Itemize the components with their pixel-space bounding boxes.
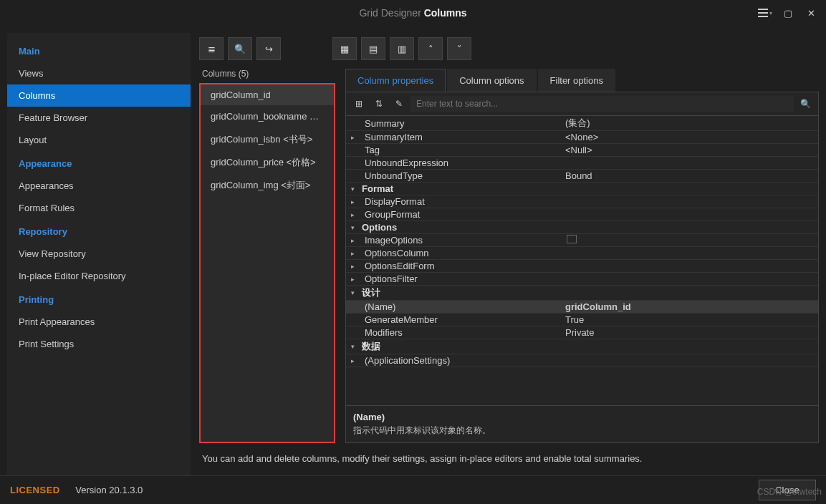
property-category[interactable]: ▾数据 xyxy=(346,339,818,354)
property-value[interactable] xyxy=(562,234,818,246)
tab-column-options[interactable]: Column options xyxy=(447,69,536,92)
expand-icon[interactable]: ▸ xyxy=(346,237,359,244)
property-name: OptionsColumn xyxy=(359,247,562,259)
column-item[interactable]: gridColumn_isbn <书号> xyxy=(201,128,334,151)
prop-btn-categorized[interactable]: ⊞ xyxy=(350,95,368,112)
toolbar-search-button[interactable]: 🔍 xyxy=(228,37,252,60)
close-window-button[interactable]: ✕ xyxy=(800,3,822,23)
list-icon: ≣ xyxy=(208,44,216,54)
property-row[interactable]: Summary(集合) xyxy=(346,116,818,131)
expand-icon[interactable]: ▸ xyxy=(346,250,359,257)
sidebar-item-views[interactable]: Views xyxy=(7,62,191,84)
property-value[interactable]: Private xyxy=(562,326,818,339)
property-value[interactable]: gridColumn_id xyxy=(562,301,818,313)
property-value[interactable] xyxy=(562,266,818,267)
expand-icon[interactable]: ▾ xyxy=(346,289,359,296)
property-row[interactable]: UnboundExpression xyxy=(346,157,818,170)
column-item[interactable]: gridColumn_price <价格> xyxy=(201,151,334,174)
property-row[interactable]: (Name)gridColumn_id xyxy=(346,301,818,314)
toolbar-layout2-button[interactable]: ▤ xyxy=(361,37,385,60)
property-value[interactable] xyxy=(562,163,818,164)
sidebar-item-print-appearances[interactable]: Print Appearances xyxy=(7,311,191,333)
column-item[interactable]: gridColumn_img <封面> xyxy=(201,174,334,197)
close-button[interactable]: Close xyxy=(759,480,816,500)
toolbar-layout1-button[interactable]: ▦ xyxy=(332,37,357,60)
property-help: (Name) 指示代码中用来标识该对象的名称。 xyxy=(346,405,818,442)
property-value[interactable] xyxy=(562,253,818,254)
property-value[interactable]: (集合) xyxy=(562,116,818,130)
property-row[interactable]: ▸ImageOptions xyxy=(346,234,818,247)
sidebar-item-view-repository[interactable]: View Repository xyxy=(7,243,191,265)
tab-column-properties[interactable]: Column properties xyxy=(345,69,446,92)
prop-btn-sort[interactable]: ⇅ xyxy=(370,95,388,112)
prop-search-icon-button[interactable]: 🔍 xyxy=(797,95,814,112)
sort-icon: ⇅ xyxy=(375,99,383,109)
expand-icon[interactable]: ▸ xyxy=(346,134,359,141)
tab-filter-options[interactable]: Filter options xyxy=(538,69,615,92)
sidebar-item-print-settings[interactable]: Print Settings xyxy=(7,333,191,355)
property-row[interactable]: ▸OptionsEditForm xyxy=(346,260,818,273)
property-category[interactable]: ▾Format xyxy=(346,183,818,195)
property-name: UnboundExpression xyxy=(359,157,562,169)
titlebar-grid-button[interactable]: ▾ xyxy=(754,3,776,23)
property-name: OptionsEditForm xyxy=(359,260,562,272)
property-value[interactable]: Bound xyxy=(562,170,818,182)
property-row[interactable]: ▸DisplayFormat xyxy=(346,195,818,208)
property-category[interactable]: ▾Options xyxy=(346,221,818,234)
up-icon: ˄ xyxy=(428,44,433,54)
sidebar-item-appearances[interactable]: Appearances xyxy=(7,175,191,197)
toolbar-layout3-button[interactable]: ▥ xyxy=(390,37,414,60)
sidebar-item-feature-browser[interactable]: Feature Browser xyxy=(7,107,191,129)
property-row[interactable]: GenerateMemberTrue xyxy=(346,314,818,326)
sidebar-item-in-place-editor-repository[interactable]: In-place Editor Repository xyxy=(7,265,191,287)
property-row[interactable]: ▸GroupFormat xyxy=(346,208,818,221)
property-row[interactable]: ModifiersPrivate xyxy=(346,326,818,339)
property-name: (Name) xyxy=(359,301,562,313)
property-search-input[interactable] xyxy=(410,96,794,112)
sidebar-item-layout[interactable]: Layout xyxy=(7,129,191,151)
property-value[interactable]: <Null> xyxy=(562,144,818,156)
property-category[interactable]: ▾设计 xyxy=(346,286,818,301)
expand-icon[interactable]: ▸ xyxy=(346,357,359,364)
property-row[interactable]: ▸(ApplicationSettings) xyxy=(346,354,818,367)
property-value[interactable] xyxy=(562,278,818,280)
categorized-icon: ⊞ xyxy=(355,99,362,109)
sidebar-item-columns[interactable]: Columns xyxy=(7,84,191,107)
expand-icon[interactable]: ▸ xyxy=(346,211,359,218)
prop-btn-edit[interactable]: ✎ xyxy=(390,95,408,112)
expand-icon[interactable]: ▾ xyxy=(346,224,359,231)
layout1-icon: ▦ xyxy=(340,44,349,54)
toolbar-export-button[interactable]: ↪ xyxy=(256,37,281,60)
column-item[interactable]: gridColumn_bookname <书名 xyxy=(201,105,334,128)
property-value[interactable] xyxy=(562,214,818,215)
hint-text: You can add and delete columns, modify t… xyxy=(199,443,819,475)
version-label: Version 20.1.3.0 xyxy=(75,485,143,495)
checkbox-icon[interactable] xyxy=(567,235,577,243)
property-grid[interactable]: Summary(集合)▸SummaryItem<None>Tag<Null>Un… xyxy=(346,116,818,405)
toolbar-up-button[interactable]: ˄ xyxy=(418,37,443,60)
property-name: 数据 xyxy=(359,339,562,354)
property-value[interactable] xyxy=(562,201,818,203)
expand-icon[interactable]: ▸ xyxy=(346,276,359,283)
property-value[interactable]: True xyxy=(562,314,818,326)
property-row[interactable]: ▸OptionsColumn xyxy=(346,247,818,260)
property-row[interactable]: UnboundTypeBound xyxy=(346,170,818,183)
toolbar-list-button[interactable]: ≣ xyxy=(199,37,224,60)
property-row[interactable]: Tag<Null> xyxy=(346,144,818,157)
property-row[interactable]: ▸OptionsFilter xyxy=(346,273,818,286)
property-name: Tag xyxy=(359,144,562,156)
expand-icon[interactable]: ▸ xyxy=(346,198,359,205)
property-row[interactable]: ▸SummaryItem<None> xyxy=(346,131,818,144)
column-item[interactable]: gridColumn_id xyxy=(201,84,334,105)
layout3-icon: ▥ xyxy=(398,44,406,54)
expand-icon[interactable]: ▾ xyxy=(346,343,359,350)
toolbar-down-button[interactable]: ˅ xyxy=(447,37,471,60)
expand-icon[interactable]: ▸ xyxy=(346,263,359,270)
maximize-button[interactable]: ▢ xyxy=(777,3,799,23)
property-value[interactable]: <None> xyxy=(562,131,818,143)
down-icon: ˅ xyxy=(457,44,462,54)
expand-icon[interactable]: ▾ xyxy=(346,185,359,193)
property-value[interactable] xyxy=(562,360,818,362)
property-name: ImageOptions xyxy=(359,234,562,246)
sidebar-item-format-rules[interactable]: Format Rules xyxy=(7,197,191,219)
